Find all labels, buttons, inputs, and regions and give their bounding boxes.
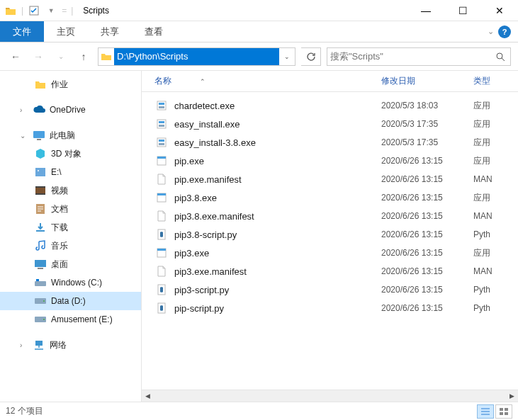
ribbon-expand[interactable]: ⌄ ?	[488, 21, 518, 42]
tree-item[interactable]: ›OneDrive	[0, 101, 141, 119]
file-icon	[154, 246, 169, 260]
chevron-down-icon[interactable]: ⌄	[20, 132, 28, 140]
column-headers[interactable]: 名称 ⌃ 修改日期 类型	[142, 71, 518, 92]
scroll-left-icon[interactable]: ◀	[142, 390, 154, 402]
content-pane: 名称 ⌃ 修改日期 类型 chardetect.exe 2020/5/3 18:…	[142, 71, 518, 402]
folder-icon	[98, 52, 114, 61]
tree-item[interactable]: Data (D:)	[0, 292, 141, 310]
file-name: easy_install-3.8.exe	[174, 137, 381, 148]
help-icon[interactable]: ?	[498, 25, 511, 38]
file-icon	[154, 209, 169, 223]
file-row[interactable]: pip-script.py 2020/6/26 13:15 Pyth	[154, 299, 518, 317]
chevron-down-icon: ⌄	[488, 27, 494, 36]
tree-item[interactable]: 下载	[0, 218, 141, 237]
checkbox-icon[interactable]	[28, 4, 40, 17]
tree-item[interactable]: 3D 对象	[0, 144, 141, 163]
up-button[interactable]: ↑	[75, 48, 92, 65]
search-icon[interactable]	[493, 52, 507, 62]
address-bar[interactable]: ⌄	[98, 47, 295, 66]
file-row[interactable]: easy_install-3.8.exe 2020/5/3 17:35 应用	[154, 133, 518, 152]
navigation-pane[interactable]: 作业›OneDrive⌄此电脑3D 对象E:\视频文档下载音乐桌面Windows…	[0, 71, 142, 402]
tree-item[interactable]: E:\	[0, 163, 141, 181]
address-dropdown-icon[interactable]: ⌄	[279, 53, 295, 60]
column-date[interactable]: 修改日期	[381, 75, 473, 87]
forward-button[interactable]: →	[30, 48, 47, 65]
search-input[interactable]	[330, 51, 493, 62]
file-row[interactable]: pip3.8-script.py 2020/6/26 13:15 Pyth	[154, 225, 518, 244]
close-button[interactable]: ✕	[485, 1, 514, 21]
file-date: 2020/5/3 17:35	[381, 137, 473, 147]
scroll-right-icon[interactable]: ▶	[506, 390, 518, 402]
tree-item[interactable]: 文档	[0, 200, 141, 218]
ribbon-tab[interactable]: 主页	[44, 21, 88, 42]
view-details-button[interactable]	[477, 404, 494, 419]
file-date: 2020/6/26 13:15	[381, 285, 473, 295]
column-type[interactable]: 类型	[473, 75, 518, 87]
tree-item[interactable]: Windows (C:)	[0, 273, 141, 292]
file-row[interactable]: easy_install.exe 2020/5/3 17:35 应用	[154, 115, 518, 133]
file-date: 2020/6/26 13:15	[381, 156, 473, 166]
chevron-right-icon[interactable]: ›	[20, 106, 28, 114]
onedrive-icon	[33, 103, 45, 116]
chevron-right-icon[interactable]: ›	[20, 341, 28, 349]
svg-rect-26	[159, 140, 164, 142]
tree-item-label: 3D 对象	[51, 148, 81, 160]
history-dropdown[interactable]: ⌄	[52, 48, 69, 65]
tree-item[interactable]: 音乐	[0, 237, 141, 255]
drive-win-icon	[34, 276, 47, 289]
svg-rect-34	[157, 249, 166, 251]
svg-rect-19	[157, 101, 166, 110]
drive-icon	[34, 313, 47, 326]
maximize-button[interactable]: ☐	[449, 1, 477, 21]
file-row[interactable]: pip.exe.manifest 2020/6/26 13:15 MAN	[154, 170, 518, 188]
ribbon-tab[interactable]: 共享	[88, 21, 132, 42]
tree-item-label: 下载	[51, 222, 68, 234]
tree-item[interactable]: 作业	[0, 75, 141, 93]
tree-item[interactable]: ›网络	[0, 336, 141, 354]
tree-item[interactable]: Amusement (E:)	[0, 310, 141, 329]
file-type: 应用	[473, 100, 518, 112]
refresh-button[interactable]	[301, 47, 321, 66]
column-name[interactable]: 名称 ⌃	[154, 75, 381, 87]
file-row[interactable]: pip3.exe.manifest 2020/6/26 13:15 MAN	[154, 262, 518, 280]
file-icon	[154, 264, 169, 278]
tree-item[interactable]: ⌄此电脑	[0, 126, 141, 144]
svg-rect-8	[35, 193, 45, 195]
address-input[interactable]	[114, 48, 279, 65]
tree-item[interactable]: 桌面	[0, 255, 141, 273]
navbar: ← → ⌄ ↑ ⌄	[0, 42, 518, 71]
file-type: Pyth	[473, 303, 518, 313]
folder-icon	[34, 78, 47, 91]
file-type: 应用	[473, 118, 518, 130]
video-icon	[34, 184, 47, 197]
file-list[interactable]: chardetect.exe 2020/5/3 18:03 应用 easy_in…	[142, 92, 518, 390]
item-count: 12 个项目	[6, 405, 43, 417]
ribbon-tab[interactable]: 文件	[0, 21, 44, 42]
search-box[interactable]	[327, 47, 511, 66]
minimize-button[interactable]: —	[412, 1, 440, 21]
svg-rect-23	[159, 121, 164, 123]
file-type: 应用	[473, 155, 518, 167]
view-switcher	[477, 404, 512, 419]
file-row[interactable]: pip3.8.exe 2020/6/26 13:15 应用	[154, 188, 518, 207]
file-row[interactable]: pip.exe 2020/6/26 13:15 应用	[154, 152, 518, 170]
svg-rect-21	[159, 106, 164, 108]
back-button[interactable]: ←	[7, 48, 24, 65]
file-row[interactable]: pip3.exe 2020/6/26 13:15 应用	[154, 244, 518, 262]
docs-icon	[34, 203, 47, 215]
svg-point-1	[497, 53, 502, 59]
file-row[interactable]: pip3.8.exe.manifest 2020/6/26 13:15 MAN	[154, 207, 518, 225]
scroll-track[interactable]	[154, 390, 506, 402]
horizontal-scrollbar[interactable]: ◀ ▶	[142, 390, 518, 402]
statusbar: 12 个项目	[0, 402, 518, 420]
file-date: 2020/6/26 13:15	[381, 174, 473, 184]
file-row[interactable]: chardetect.exe 2020/5/3 18:03 应用	[154, 96, 518, 115]
file-row[interactable]: pip3-script.py 2020/6/26 13:15 Pyth	[154, 280, 518, 299]
view-icons-button[interactable]	[495, 404, 512, 419]
music-icon	[34, 239, 47, 252]
qat-dropdown-icon[interactable]: ▼	[45, 4, 57, 17]
tree-item[interactable]: 视频	[0, 181, 141, 200]
tree-item-label: 音乐	[51, 240, 68, 252]
ribbon-tab[interactable]: 查看	[132, 21, 176, 42]
qat-separator: |	[71, 6, 73, 16]
